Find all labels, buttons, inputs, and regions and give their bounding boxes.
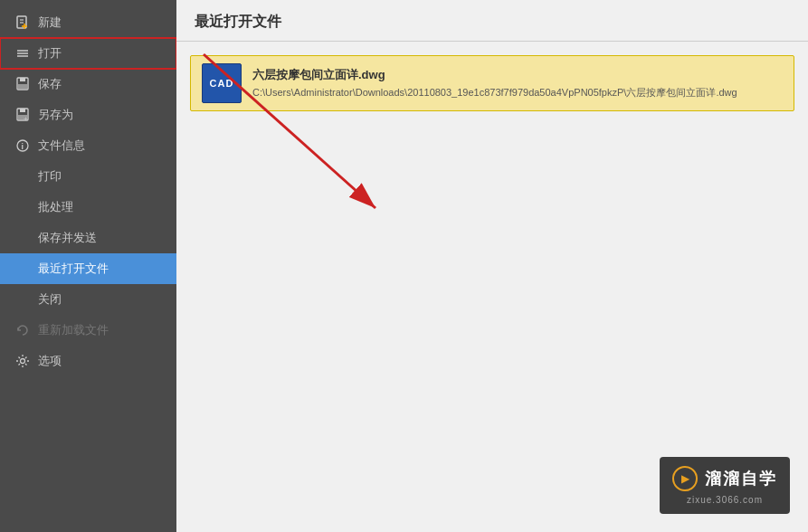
sidebar-item-print[interactable]: 打印 (0, 161, 176, 192)
sidebar-item-print-label: 打印 (38, 168, 62, 185)
svg-rect-9 (20, 78, 25, 81)
sidebar-item-save-as[interactable]: + 另存为 (0, 100, 176, 130)
sidebar-item-options[interactable]: 选项 (0, 346, 176, 376)
sidebar-item-close-label: 关闭 (38, 291, 62, 308)
sidebar-item-batch-label: 批处理 (38, 199, 73, 215)
sidebar-item-save-label: 保存 (38, 76, 62, 92)
save-as-icon: + (14, 107, 31, 123)
sidebar-item-new-label: 新建 (38, 14, 62, 31)
batch-icon (14, 199, 31, 215)
cad-icon-text: CAD (210, 78, 234, 89)
sidebar-item-recent-label: 最近打开文件 (38, 261, 109, 277)
options-icon (14, 353, 31, 369)
cad-file-icon: CAD (202, 63, 242, 103)
sidebar-item-save-send-label: 保存并发送 (38, 230, 97, 246)
file-item-info: 六层按摩包间立面详.dwg C:\Users\Administrator\Dow… (252, 67, 737, 100)
reload-icon (14, 322, 31, 338)
sidebar-item-open-label: 打开 (38, 45, 62, 62)
sidebar-item-reload: 重新加载文件 (0, 315, 176, 346)
file-path: C:\Users\Administrator\Downloads\2011080… (252, 86, 737, 100)
new-icon (14, 14, 31, 31)
sidebar-item-file-info-label: 文件信息 (38, 138, 85, 154)
svg-rect-12 (20, 109, 25, 112)
file-info-icon: i (14, 138, 31, 154)
sidebar-item-batch[interactable]: 批处理 (0, 192, 176, 223)
sidebar-item-file-info[interactable]: i 文件信息 (0, 130, 176, 161)
sidebar-item-open[interactable]: 打开 (0, 38, 176, 69)
svg-text:+: + (24, 115, 28, 122)
sidebar-item-recent[interactable]: 最近打开文件 (0, 253, 176, 284)
watermark-subtitle: zixue.3066.com (687, 495, 763, 505)
svg-text:i: i (22, 142, 24, 151)
watermark: ▶ 溜溜自学 zixue.3066.com (660, 457, 790, 514)
sidebar-item-save[interactable]: 保存 (0, 69, 176, 100)
sidebar-item-new[interactable]: 新建 (0, 7, 176, 38)
recent-icon (14, 261, 31, 277)
svg-point-17 (21, 359, 25, 364)
save-icon (14, 76, 31, 92)
sidebar-item-save-as-label: 另存为 (38, 107, 73, 123)
sidebar-item-options-label: 选项 (38, 353, 62, 369)
close-icon (14, 291, 31, 308)
sidebar-item-reload-label: 重新加载文件 (38, 322, 109, 338)
file-item[interactable]: CAD 六层按摩包间立面详.dwg C:\Users\Administrator… (190, 55, 794, 111)
sidebar-item-save-send[interactable]: 保存并发送 (0, 223, 176, 253)
open-icon (14, 45, 31, 62)
play-icon: ▶ (672, 466, 698, 491)
svg-rect-10 (18, 84, 27, 89)
main-title: 最近打开文件 (176, 0, 808, 42)
sidebar: 新建 打开 保存 + (0, 0, 176, 532)
print-icon (14, 168, 31, 185)
main-content: 最近打开文件 CAD 六层按摩包间立面详.dwg C:\Users\Admini… (176, 0, 808, 532)
save-send-icon (14, 230, 31, 246)
watermark-top: ▶ 溜溜自学 (672, 466, 777, 491)
file-name: 六层按摩包间立面详.dwg (252, 67, 737, 83)
sidebar-item-close[interactable]: 关闭 (0, 284, 176, 315)
watermark-title: 溜溜自学 (705, 468, 777, 489)
